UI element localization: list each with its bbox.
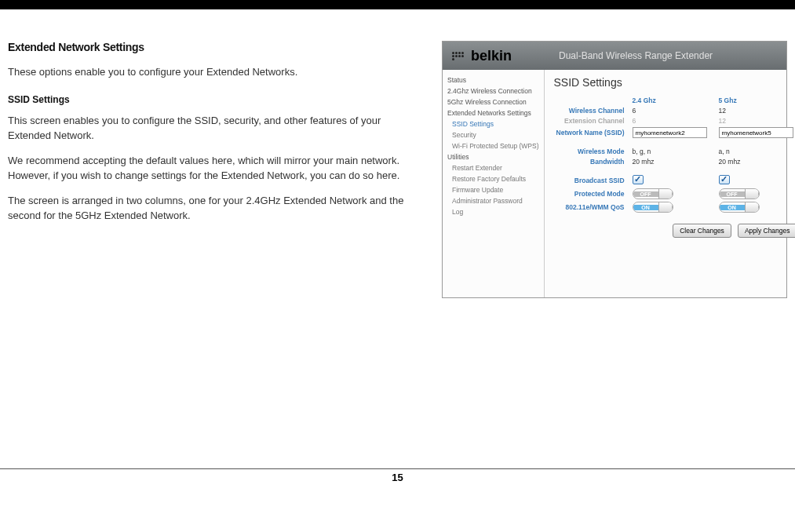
value-5-bandwidth: 20 mhz bbox=[719, 158, 795, 166]
checkbox-broadcast-5[interactable] bbox=[719, 175, 730, 184]
sidebar-item-restore[interactable]: Restore Factory Defaults bbox=[443, 173, 544, 184]
sidebar-item-wps[interactable]: Wi-Fi Protected Setup (WPS) bbox=[443, 140, 544, 151]
page-body: Extended Network Settings These options … bbox=[0, 9, 795, 298]
router-header: belkin Dual-Band Wireless Range Extender bbox=[443, 42, 786, 70]
value-5-wireless-mode: a, n bbox=[719, 148, 795, 155]
router-header-title: Dual-Band Wireless Range Extender bbox=[559, 50, 713, 61]
value-5-wireless-channel: 12 bbox=[719, 107, 795, 115]
doc-heading: Extended Network Settings bbox=[8, 41, 426, 53]
doc-paragraph-1: This screen enables you to configure the… bbox=[8, 113, 426, 144]
sidebar-item-admin-password[interactable]: Administrator Password bbox=[443, 195, 544, 206]
value-24-wireless-channel: 6 bbox=[633, 107, 711, 115]
label-broadcast-ssid: Broadcast SSID bbox=[554, 177, 625, 184]
value-24-bandwidth: 20 mhz bbox=[633, 158, 711, 166]
sidebar-item-utilities[interactable]: Utilities bbox=[443, 151, 544, 162]
label-extension-channel: Extension Channel bbox=[554, 117, 625, 125]
sidebar: Status 2.4Ghz Wireless Connection 5Ghz W… bbox=[443, 70, 545, 297]
doc-paragraph-3: The screen is arranged in two columns, o… bbox=[8, 193, 426, 224]
sidebar-item-ssid-settings[interactable]: SSID Settings bbox=[443, 118, 544, 129]
doc-paragraph-2: We recommend accepting the default value… bbox=[8, 153, 426, 184]
toggle-wmm-5[interactable]: ON bbox=[719, 202, 760, 213]
page-number: 15 bbox=[0, 472, 795, 483]
value-24-extension-channel: 6 bbox=[633, 117, 711, 125]
sidebar-item-extended[interactable]: Extended Networks Settings bbox=[443, 107, 544, 118]
settings-grid: 2.4 Ghz 5 Ghz Wireless Channel 6 12 Exte… bbox=[554, 97, 795, 213]
sidebar-item-log[interactable]: Log bbox=[443, 206, 544, 217]
value-24-wireless-mode: b, g, n bbox=[633, 148, 711, 155]
action-buttons: Clear Changes Apply Changes bbox=[554, 224, 795, 238]
footer-divider bbox=[0, 468, 795, 469]
toggle-protected-5[interactable]: OFF bbox=[719, 188, 760, 199]
toggle-wmm-24[interactable]: ON bbox=[633, 202, 673, 213]
documentation-column: Extended Network Settings These options … bbox=[8, 41, 426, 298]
label-wmm-qos: 802.11e/WMM QoS bbox=[554, 203, 625, 211]
doc-subheading: SSID Settings bbox=[8, 94, 426, 105]
apply-changes-button[interactable]: Apply Changes bbox=[738, 224, 795, 238]
top-bar bbox=[0, 0, 795, 9]
label-network-name: Network Name (SSID) bbox=[554, 129, 625, 137]
sidebar-item-status[interactable]: Status bbox=[443, 75, 544, 86]
column-header-5ghz: 5 Ghz bbox=[719, 97, 795, 104]
checkbox-broadcast-24[interactable] bbox=[633, 175, 644, 184]
sidebar-item-restart[interactable]: Restart Extender bbox=[443, 162, 544, 173]
sidebar-item-security[interactable]: Security bbox=[443, 129, 544, 140]
column-header-24ghz: 2.4 Ghz bbox=[633, 97, 711, 104]
sidebar-item-5ghz[interactable]: 5Ghz Wireless Connection bbox=[443, 97, 544, 107]
input-ssid-24[interactable] bbox=[633, 127, 707, 138]
value-5-extension-channel: 12 bbox=[719, 117, 795, 125]
label-wireless-mode: Wireless Mode bbox=[554, 148, 625, 155]
router-admin-panel: belkin Dual-Band Wireless Range Extender… bbox=[442, 41, 787, 298]
main-content: SSID Settings 2.4 Ghz 5 Ghz Wireless Cha… bbox=[545, 70, 795, 297]
clear-changes-button[interactable]: Clear Changes bbox=[673, 224, 731, 238]
belkin-dots-icon bbox=[452, 52, 466, 60]
input-ssid-5[interactable] bbox=[719, 127, 793, 138]
doc-intro: These options enable you to configure yo… bbox=[8, 64, 426, 80]
label-wireless-channel: Wireless Channel bbox=[554, 107, 625, 115]
label-protected-mode: Protected Mode bbox=[554, 190, 625, 198]
brand-text: belkin bbox=[471, 48, 512, 64]
label-bandwidth: Bandwidth bbox=[554, 158, 625, 166]
sidebar-item-24ghz[interactable]: 2.4Ghz Wireless Connection bbox=[443, 86, 544, 97]
sidebar-item-firmware[interactable]: Firmware Update bbox=[443, 184, 544, 195]
page-title: SSID Settings bbox=[554, 76, 795, 89]
toggle-protected-24[interactable]: OFF bbox=[633, 188, 673, 199]
belkin-logo: belkin bbox=[452, 48, 512, 64]
router-body: Status 2.4Ghz Wireless Connection 5Ghz W… bbox=[443, 70, 786, 297]
